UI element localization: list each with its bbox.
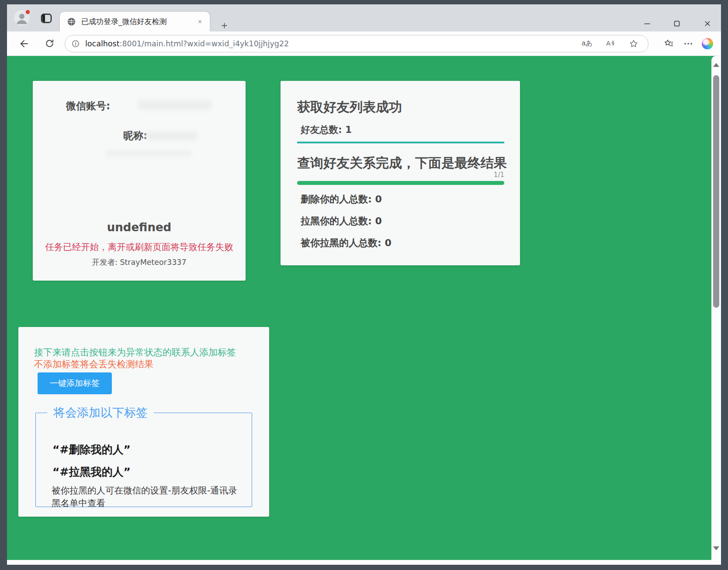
tag-loss-warning: 不添加标签将会丢失检测结果 (34, 358, 153, 370)
task-warning-text: 任务已经开始，离开或刷新页面将导致任务失败 (33, 241, 246, 253)
you-blacklisted-total: 被你拉黑的人总数: 0 (301, 236, 392, 250)
favorites-hub-icon[interactable] (662, 36, 676, 51)
notification-dot (25, 9, 31, 15)
favorite-star-icon[interactable] (629, 39, 638, 49)
refresh-button[interactable] (42, 36, 57, 51)
new-tab-button[interactable] (218, 19, 231, 32)
fetch-success-title: 获取好友列表成功 (297, 98, 402, 116)
tag-list-legend: 将会添加以下标签 (47, 405, 154, 421)
url-host: localhost (85, 39, 120, 48)
developer-credit: 开发者: StrayMeteor3337 (33, 257, 246, 268)
window-minimize-button[interactable] (640, 16, 655, 31)
result-card: 获取好友列表成功 好友总数: 1 查询好友关系完成，下面是最终结果 1/1 删除… (281, 81, 520, 265)
account-card-footer: undefined 任务已经开始，离开或刷新页面将导致任务失败 开发者: Str… (33, 221, 246, 268)
globe-icon (67, 17, 76, 26)
browser-tab[interactable]: 已成功登录_微信好友检测 (60, 12, 210, 31)
add-tag-button[interactable]: 一键添加标签 (38, 372, 112, 394)
copilot-icon[interactable] (700, 36, 715, 51)
page-content: 微信账号: 昵称: undefined 任务已经开始，离开或刷新页面将导致任务失… (7, 56, 721, 565)
redacted-account-blur (138, 100, 212, 110)
friend-total: 好友总数: 1 (301, 123, 352, 136)
result-stats: 删除你的人总数: 0 拉黑你的人总数: 0 被你拉黑的人总数: 0 (301, 193, 392, 258)
svg-text:A: A (606, 39, 611, 47)
window-maximize-button[interactable] (669, 16, 684, 31)
window-close-button[interactable] (700, 16, 715, 31)
redacted-text-blur (105, 150, 192, 157)
tag-deleted: “#删除我的人” (52, 442, 131, 457)
green-progress-bar (297, 181, 504, 185)
vertical-scrollbar[interactable] (711, 56, 721, 560)
tag-note: 被你拉黑的人可在微信的设置-朋友权限-通讯录 黑名单中查看 (52, 484, 244, 510)
tab-close-icon[interactable] (194, 16, 205, 28)
account-card: 微信账号: 昵称: undefined 任务已经开始，离开或刷新页面将导致任务失… (33, 81, 246, 281)
blacklisted-you-total: 拉黑你的人总数: 0 (301, 215, 392, 228)
redacted-nickname-blur (146, 132, 198, 140)
horizontal-scrollbar-track[interactable] (7, 560, 721, 565)
translate-icon[interactable]: aあ (582, 39, 593, 48)
more-options-icon[interactable] (681, 36, 696, 51)
scroll-down-arrow-icon[interactable] (713, 546, 719, 550)
tag-instruction: 接下来请点击按钮来为异常状态的联系人添加标签 (34, 346, 236, 358)
nickname-label: 昵称: (123, 129, 147, 142)
url-path: :8001/main.html?wxid=wxid_i4yk10jjhjyg22 (120, 39, 289, 48)
status-text: undefined (33, 221, 246, 234)
profile-avatar[interactable] (14, 10, 30, 26)
tag-card: 接下来请点击按钮来为异常状态的联系人添加标签 不添加标签将会丢失检测结果 一键添… (18, 327, 269, 517)
browser-window: 已成功登录_微信好友检测 (0, 0, 728, 570)
query-done-title: 查询好友关系完成，下面是最终结果 (297, 154, 507, 172)
tag-blacklisted: “#拉黑我的人” (52, 465, 131, 479)
account-label: 微信账号: (66, 99, 110, 113)
tag-note-line1: 被你拉黑的人可在微信的设置-朋友权限-通讯录 (52, 484, 244, 497)
scroll-up-arrow-icon[interactable] (713, 63, 719, 67)
read-aloud-icon[interactable]: A (606, 38, 616, 49)
site-info-icon[interactable] (71, 39, 80, 48)
scrollbar-thumb[interactable] (713, 75, 719, 308)
tag-note-line2: 黑名单中查看 (52, 497, 244, 510)
url-text[interactable]: localhost:8001/main.html?wxid=wxid_i4yk1… (85, 39, 289, 48)
progress-fraction: 1/1 (297, 171, 504, 179)
deleted-total: 删除你的人总数: 0 (301, 193, 392, 206)
tab-title: 已成功登录_微信好友检测 (81, 17, 194, 27)
browser-toolbar: localhost:8001/main.html?wxid=wxid_i4yk1… (7, 31, 721, 56)
address-bar[interactable]: localhost:8001/main.html?wxid=wxid_i4yk1… (65, 35, 648, 52)
tag-list-fieldset: 将会添加以下标签 “#删除我的人” “#拉黑我的人” 被你拉黑的人可在微信的设置… (35, 405, 252, 507)
back-button[interactable] (17, 36, 31, 51)
browser-titlebar: 已成功登录_微信好友检测 (7, 4, 721, 31)
teal-progress-line (297, 142, 504, 143)
workspaces-icon[interactable] (40, 13, 52, 24)
